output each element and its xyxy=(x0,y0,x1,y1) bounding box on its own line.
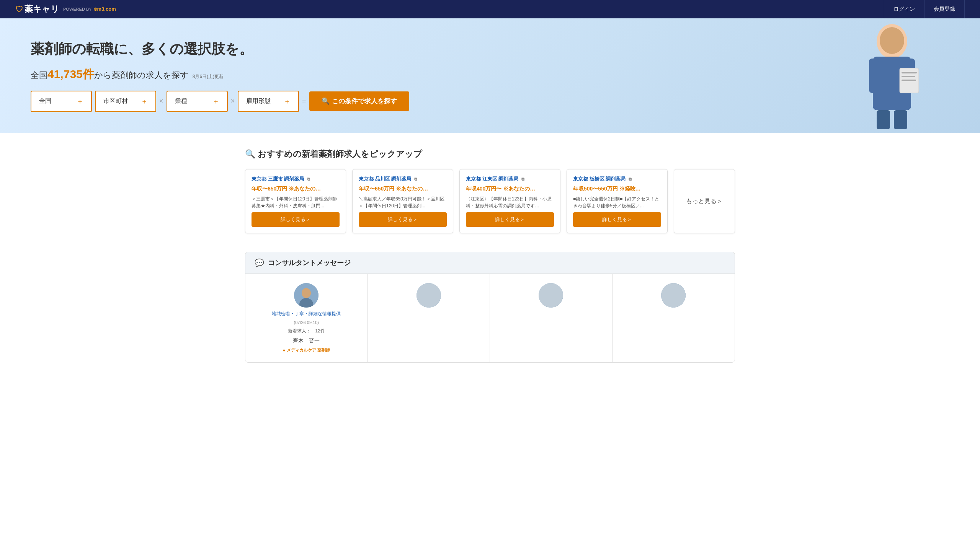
svg-rect-8 xyxy=(902,72,917,73)
avatar-image xyxy=(294,283,318,308)
consultant-avatar xyxy=(661,283,686,308)
avatar-image xyxy=(416,283,441,308)
location-plus-icon: ＋ xyxy=(77,97,83,106)
update-date: 8月6日(土)更新 xyxy=(193,74,224,79)
header-nav: ログイン 会員登録 xyxy=(884,0,965,18)
login-button[interactable]: ログイン xyxy=(884,0,924,18)
consultant-card xyxy=(612,274,735,362)
job-description: ＜三鷹市＞【年間休日120日】管理薬剤師募集★内科・外科・皮膚科・肛門... xyxy=(252,195,340,209)
svg-point-6 xyxy=(880,27,904,54)
hero-banner: 薬剤師の転職に、多くの選択肢を。 全国41,735件から薬剤師の求人を探す8月6… xyxy=(0,18,980,133)
consultant-avatar xyxy=(539,283,563,308)
svg-point-15 xyxy=(539,283,563,308)
svg-rect-9 xyxy=(902,76,915,77)
search-icon: 🔍 xyxy=(245,149,255,159)
consultant-card-list: 地域密着・丁寧・詳細な情報提供 (07/26 09:10) 新着求人： 12件 … xyxy=(245,274,735,362)
external-link-icon: ⧉ xyxy=(414,177,417,181)
industry-plus-icon: ＋ xyxy=(212,97,219,106)
job-detail-button[interactable]: 詳しく見る＞ xyxy=(573,212,661,227)
svg-rect-4 xyxy=(877,110,890,129)
job-detail-button[interactable]: 詳しく見る＞ xyxy=(252,212,340,227)
city-label: 市区町村 xyxy=(103,97,128,105)
job-card: 東京都 品川区 調剤薬局 ⧉ 年収〜650万円 ※あなたの… ＼高額求人／年収6… xyxy=(352,169,453,233)
job-detail-button[interactable]: 詳しく見る＞ xyxy=(359,212,447,227)
city-plus-icon: ＋ xyxy=(141,97,148,106)
hero-title: 薬剤師の転職に、多くの選択肢を。 xyxy=(31,39,949,59)
svg-point-14 xyxy=(416,283,441,308)
job-description: ＼高額求人／年収650万円可能！＜品川区＞【年間休日120日】管理薬剤... xyxy=(359,195,447,209)
external-link-icon: ⧉ xyxy=(629,177,632,181)
register-button[interactable]: 会員登録 xyxy=(924,0,965,18)
job-area: 東京都 品川区 調剤薬局 ⧉ xyxy=(359,176,447,182)
hero-subtitle: 全国41,735件から薬剤師の求人を探す8月6日(土)更新 xyxy=(31,67,949,82)
avatar-image xyxy=(539,283,563,308)
search-btn-label: この条件で求人を探す xyxy=(332,97,397,106)
consultant-new-jobs: 新着求人： 12件 xyxy=(288,328,325,334)
job-card-list: 東京都 三鷹市 調剤薬局 ⧉ 年収〜650万円 ※あなたの… ＜三鷹市＞【年間休… xyxy=(245,169,735,233)
consultant-card xyxy=(490,274,612,362)
pickup-title: 🔍 おすすめの新着薬剤師求人をピックアップ xyxy=(245,148,735,160)
employment-select[interactable]: 雇用形態 ＋ xyxy=(238,91,299,112)
m3-logo: ⊕m3.com xyxy=(93,6,116,13)
hero-nurse-image xyxy=(827,18,957,133)
search-button[interactable]: 🔍 この条件で求人を探す xyxy=(309,91,409,111)
employment-plus-icon: ＋ xyxy=(284,97,291,106)
svg-rect-5 xyxy=(894,110,907,129)
job-salary: 年収500〜550万円 ※経験… xyxy=(573,186,661,192)
avatar-image xyxy=(661,283,686,308)
svg-point-12 xyxy=(302,288,311,298)
job-description: ■嬉しい完全週休2日制■【好アクセス！ときわ台駅より徒歩5分／板橋区／... xyxy=(573,195,661,209)
job-detail-button[interactable]: 詳しく見る＞ xyxy=(466,212,554,227)
main-content: 🔍 おすすめの新着薬剤師求人をピックアップ 東京都 三鷹市 調剤薬局 ⧉ 年収〜… xyxy=(222,133,758,378)
consultant-card: 地域密着・丁寧・詳細な情報提供 (07/26 09:10) 新着求人： 12件 … xyxy=(245,274,368,362)
consultant-name: 齊木 晋一 xyxy=(293,337,320,344)
consultant-avatar xyxy=(416,283,441,308)
separator-x1: × xyxy=(159,97,163,105)
chat-icon: 💬 xyxy=(255,258,264,267)
job-area: 東京都 江東区 調剤薬局 ⧉ xyxy=(466,176,554,182)
job-card: 東京都 板橋区 調剤薬局 ⧉ 年収500〜550万円 ※経験… ■嬉しい完全週休… xyxy=(567,169,668,233)
employment-label: 雇用形態 xyxy=(246,97,271,105)
heart-icon: ♥ xyxy=(283,348,285,353)
job-area: 東京都 板橋区 調剤薬局 ⧉ xyxy=(573,176,661,182)
site-header: ♡ 薬キャリ POWERED BY ⊕m3.com ログイン 会員登録 xyxy=(0,0,980,18)
job-card: 東京都 三鷹市 調剤薬局 ⧉ 年収〜650万円 ※あなたの… ＜三鷹市＞【年間休… xyxy=(245,169,346,233)
consultant-company: ♥ メディカルケア 薬剤師 xyxy=(283,347,330,353)
separator-x2: × xyxy=(231,97,235,105)
job-count: 41,735件 xyxy=(47,68,94,80)
subtitle-suffix: から薬剤師の求人を探す xyxy=(94,70,189,80)
industry-select[interactable]: 業種 ＋ xyxy=(167,91,228,112)
job-card: 東京都 江東区 調剤薬局 ⧉ 年収400万円〜 ※あなたの… 〈江東区〉【年間休… xyxy=(459,169,560,233)
job-area: 東京都 三鷹市 調剤薬局 ⧉ xyxy=(252,176,340,182)
consultant-date: (07/26 09:10) xyxy=(294,320,319,325)
powered-by: POWERED BY ⊕m3.com xyxy=(63,6,116,13)
nurse-svg xyxy=(850,18,934,133)
consultant-section-title: コンサルタントメッセージ xyxy=(268,258,351,267)
svg-point-16 xyxy=(661,283,686,308)
industry-label: 業種 xyxy=(175,97,187,105)
job-salary: 年収〜650万円 ※あなたの… xyxy=(359,186,447,192)
consultant-section: 💬 コンサルタントメッセージ 地域密着・丁寧・詳細な情報提供 (07/26 09… xyxy=(245,252,735,363)
consultant-avatar xyxy=(294,283,318,308)
consultant-specialty: 地域密着・丁寧・詳細な情報提供 xyxy=(272,311,341,317)
logo-container: ♡ 薬キャリ POWERED BY ⊕m3.com xyxy=(15,3,116,15)
logo-icon: ♡ xyxy=(15,4,23,15)
company-name: メディカルケア 薬剤師 xyxy=(287,347,330,353)
more-jobs-card[interactable]: もっと見る＞ xyxy=(674,169,735,233)
job-salary: 年収400万円〜 ※あなたの… xyxy=(466,186,554,192)
subtitle-prefix: 全国 xyxy=(31,70,47,80)
external-link-icon: ⧉ xyxy=(307,177,310,181)
city-select[interactable]: 市区町村 ＋ xyxy=(95,91,156,112)
search-bar: 全国 ＋ 市区町村 ＋ × 業種 ＋ × 雇用形態 ＋ = 🔍 この条件で求人を… xyxy=(31,91,949,112)
consultant-card xyxy=(368,274,490,362)
logo: ♡ 薬キャリ xyxy=(15,3,59,15)
job-description: 〈江東区〉【年間休日123日】内科・小児科・整形外科応需の調剤薬局です… xyxy=(466,195,554,209)
external-link-icon: ⧉ xyxy=(521,177,524,181)
svg-rect-10 xyxy=(902,80,916,81)
consultant-header: 💬 コンサルタントメッセージ xyxy=(245,252,735,274)
logo-text: 薬キャリ xyxy=(24,3,59,15)
search-icon: 🔍 xyxy=(322,97,330,105)
location-select[interactable]: 全国 ＋ xyxy=(31,91,92,112)
svg-rect-2 xyxy=(869,59,879,93)
job-salary: 年収〜650万円 ※あなたの… xyxy=(252,186,340,192)
